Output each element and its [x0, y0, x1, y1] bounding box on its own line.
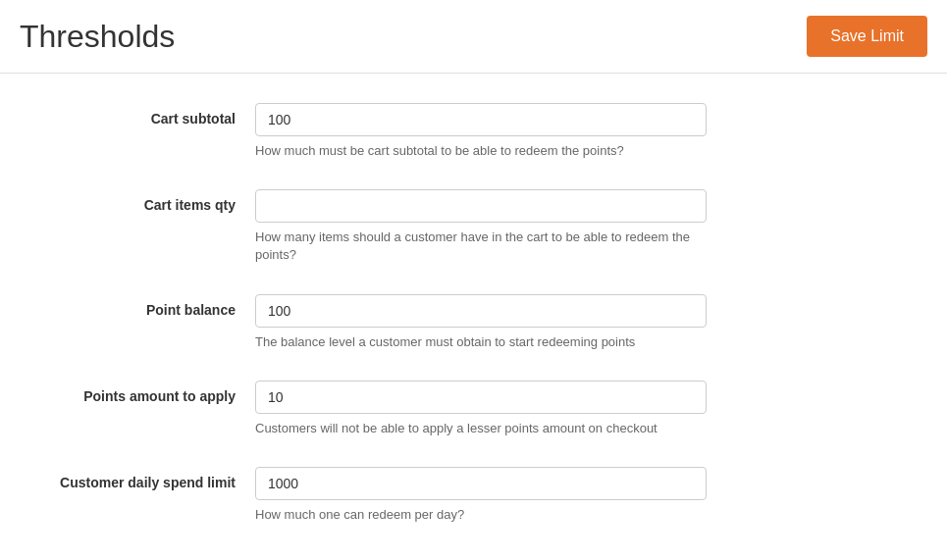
form-row-point-balance: Point balanceThe balance level a custome…	[20, 294, 927, 351]
label-cart-items-qty: Cart items qty	[20, 189, 255, 213]
hint-points-amount-to-apply: Customers will not be able to apply a le…	[255, 420, 707, 437]
form-content: Cart subtotalHow much must be cart subto…	[0, 74, 947, 560]
label-cart-subtotal: Cart subtotal	[20, 103, 255, 127]
input-customer-daily-spend-limit[interactable]	[255, 467, 707, 500]
input-point-balance[interactable]	[255, 294, 707, 328]
page-title: Thresholds	[20, 19, 175, 55]
hint-customer-daily-spend-limit: How much one can redeem per day?	[255, 506, 707, 524]
field-points-amount-to-apply: Customers will not be able to apply a le…	[255, 381, 707, 437]
field-cart-items-qty: How many items should a customer have in…	[255, 189, 707, 264]
label-points-amount-to-apply: Points amount to apply	[20, 381, 255, 404]
form-row-cart-items-qty: Cart items qtyHow many items should a cu…	[20, 189, 927, 264]
hint-cart-subtotal: How much must be cart subtotal to be abl…	[255, 142, 707, 160]
input-cart-subtotal[interactable]	[255, 103, 707, 136]
field-cart-subtotal: How much must be cart subtotal to be abl…	[255, 103, 707, 160]
save-limit-button[interactable]: Save Limit	[807, 16, 927, 57]
hint-cart-items-qty: How many items should a customer have in…	[255, 229, 707, 264]
form-row-customer-daily-spend-limit: Customer daily spend limitHow much one c…	[20, 467, 927, 524]
label-customer-daily-spend-limit: Customer daily spend limit	[20, 467, 255, 490]
page-header: Thresholds Save Limit	[0, 0, 947, 74]
field-customer-daily-spend-limit: How much one can redeem per day?	[255, 467, 707, 524]
field-point-balance: The balance level a customer must obtain…	[255, 294, 707, 351]
label-point-balance: Point balance	[20, 294, 255, 318]
input-cart-items-qty[interactable]	[255, 189, 707, 223]
form-row-cart-subtotal: Cart subtotalHow much must be cart subto…	[20, 103, 927, 160]
hint-point-balance: The balance level a customer must obtain…	[255, 333, 707, 351]
input-points-amount-to-apply[interactable]	[255, 381, 707, 414]
form-row-points-amount-to-apply: Points amount to applyCustomers will not…	[20, 381, 927, 437]
